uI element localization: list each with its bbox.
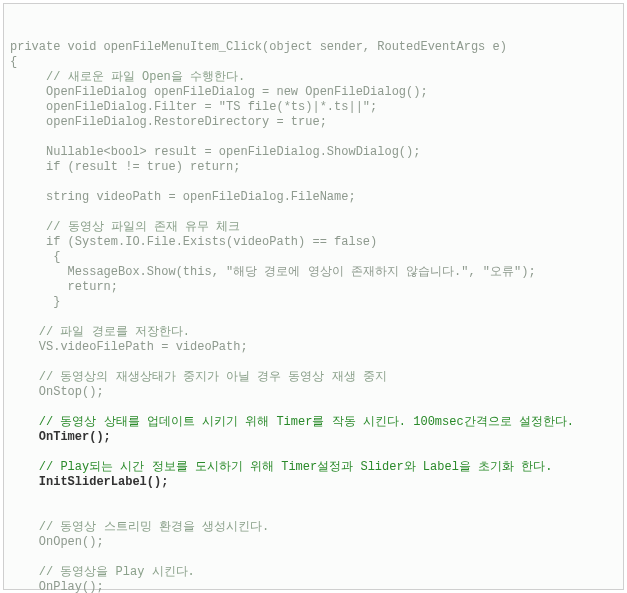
code-line [10,505,617,520]
code-line: // 동영상의 재생상태가 중지가 아닐 경우 동영상 재생 중지 [10,370,617,385]
code-line [10,205,617,220]
code-line: VS.videoFilePath = videoPath; [10,340,617,355]
code-line: return; [10,280,617,295]
code-line: private void openFileMenuItem_Click(obje… [10,40,617,55]
code-line: // 동영상 파일의 존재 유무 체크 [10,220,617,235]
code-line: // 동영상 상태를 업데이트 시키기 위해 Timer를 작동 시킨다. 10… [10,415,617,430]
code-line [10,310,617,325]
code-line: OpenFileDialog openFileDialog = new Open… [10,85,617,100]
code-line: OnStop(); [10,385,617,400]
code-line: { [10,250,617,265]
code-line: // Play되는 시간 정보를 도시하기 위해 Timer설정과 Slider… [10,460,617,475]
code-line [10,445,617,460]
code-snippet: private void openFileMenuItem_Click(obje… [3,3,624,590]
code-line: OnPlay(); [10,580,617,593]
code-line: openFileDialog.Filter = "TS file(*ts)|*.… [10,100,617,115]
code-line: // 새로운 파일 Open을 수행한다. [10,70,617,85]
code-line: OnOpen(); [10,535,617,550]
code-line [10,175,617,190]
code-line: { [10,55,617,70]
code-line: // 동영상 스트리밍 환경을 생성시킨다. [10,520,617,535]
code-line: // 파일 경로를 저장한다. [10,325,617,340]
code-line: // 동영상을 Play 시킨다. [10,565,617,580]
code-line [10,355,617,370]
code-line [10,400,617,415]
code-line: Nullable<bool> result = openFileDialog.S… [10,145,617,160]
code-line [10,490,617,505]
code-line: } [10,295,617,310]
code-line: OnTimer(); [10,430,617,445]
code-line: openFileDialog.RestoreDirectory = true; [10,115,617,130]
code-line: string videoPath = openFileDialog.FileNa… [10,190,617,205]
code-line: MessageBox.Show(this, "해당 경로에 영상이 존재하지 않… [10,265,617,280]
code-line [10,130,617,145]
code-line: InitSliderLabel(); [10,475,617,490]
code-line: if (result != true) return; [10,160,617,175]
code-line: if (System.IO.File.Exists(videoPath) == … [10,235,617,250]
code-line [10,550,617,565]
code-lines: private void openFileMenuItem_Click(obje… [10,40,617,593]
